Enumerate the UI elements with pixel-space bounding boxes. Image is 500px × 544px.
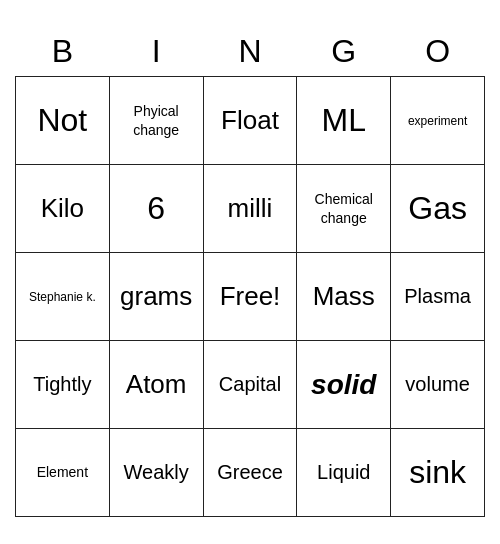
bingo-row: ElementWeaklyGreeceLiquidsink [16,429,485,517]
cell-content: Chemical change [315,191,373,225]
cell-content: Capital [219,373,281,395]
bingo-cell: Plasma [391,253,485,341]
cell-content: Gas [408,190,467,226]
bingo-cell: Liquid [297,429,391,517]
bingo-cell: Not [16,77,110,165]
cell-content: 6 [147,190,165,226]
cell-content: Float [221,105,279,135]
bingo-cell: Free! [203,253,297,341]
bingo-cell: Float [203,77,297,165]
header-letter: G [297,27,391,77]
bingo-cell: volume [391,341,485,429]
cell-content: Stephanie k. [29,290,96,304]
cell-content: Atom [126,369,187,399]
cell-content: Tightly [33,373,91,395]
bingo-row: Kilo6milliChemical changeGas [16,165,485,253]
cell-content: solid [311,369,376,400]
bingo-cell: Phyical change [109,77,203,165]
bingo-cell: Gas [391,165,485,253]
header-letter: B [16,27,110,77]
cell-content: Liquid [317,461,370,483]
cell-content: milli [228,193,273,223]
bingo-cell: Atom [109,341,203,429]
bingo-cell: experiment [391,77,485,165]
bingo-cell: solid [297,341,391,429]
header-letter: I [109,27,203,77]
cell-content: Weakly [124,461,189,483]
bingo-row: TightlyAtomCapitalsolidvolume [16,341,485,429]
bingo-cell: Stephanie k. [16,253,110,341]
bingo-row: NotPhyical changeFloatMLexperiment [16,77,485,165]
bingo-cell: Chemical change [297,165,391,253]
cell-content: Plasma [404,285,471,307]
cell-content: Free! [220,281,281,311]
cell-content: sink [409,454,466,490]
header-letter: N [203,27,297,77]
bingo-cell: grams [109,253,203,341]
bingo-card: BINGO NotPhyical changeFloatMLexperiment… [15,27,485,517]
bingo-cell: Greece [203,429,297,517]
cell-content: experiment [408,114,467,128]
bingo-cell: Kilo [16,165,110,253]
bingo-cell: Weakly [109,429,203,517]
cell-content: Not [37,102,87,138]
cell-content: Kilo [41,193,84,223]
cell-content: grams [120,281,192,311]
header-row: BINGO [16,27,485,77]
cell-content: ML [322,102,366,138]
cell-content: Element [37,464,88,480]
bingo-cell: Mass [297,253,391,341]
bingo-cell: Element [16,429,110,517]
bingo-cell: Tightly [16,341,110,429]
cell-content: Greece [217,461,283,483]
cell-content: volume [405,373,469,395]
bingo-row: Stephanie k.gramsFree!MassPlasma [16,253,485,341]
bingo-cell: sink [391,429,485,517]
bingo-cell: Capital [203,341,297,429]
bingo-cell: ML [297,77,391,165]
cell-content: Mass [313,281,375,311]
cell-content: Phyical change [133,103,179,137]
bingo-cell: milli [203,165,297,253]
header-letter: O [391,27,485,77]
bingo-cell: 6 [109,165,203,253]
